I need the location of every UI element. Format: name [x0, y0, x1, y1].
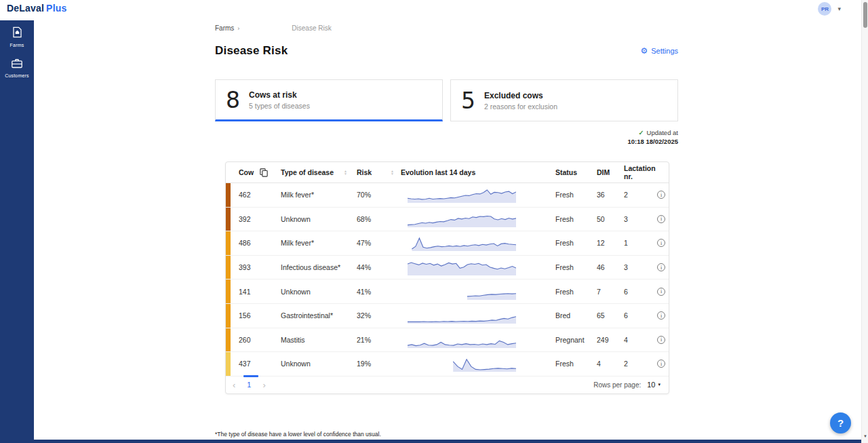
- risk-level-bar: [226, 280, 231, 303]
- cow-status: Bred: [555, 311, 597, 320]
- disease-type: Mastitis: [281, 336, 357, 344]
- cow-id: 393: [231, 263, 281, 271]
- info-icon[interactable]: i: [657, 191, 665, 199]
- col-dim: DIM: [597, 168, 610, 176]
- rows-per-page-select[interactable]: 10 ▾: [647, 381, 660, 389]
- tab-excluded-cows[interactable]: 5 Excluded cows 2 reasons for exclusion: [450, 79, 678, 121]
- dim-value: 65: [597, 311, 624, 320]
- briefcase-icon: [12, 58, 22, 71]
- risk-level-bar: [226, 352, 231, 376]
- rows-per-page-label: Rows per page:: [593, 381, 641, 389]
- risk-percent: 21%: [357, 336, 401, 344]
- cow-status: Fresh: [555, 239, 597, 247]
- lactation-number: 6: [624, 288, 654, 296]
- cow-status: Fresh: [555, 288, 597, 296]
- risk-percent: 32%: [357, 311, 401, 320]
- info-icon[interactable]: i: [657, 311, 665, 320]
- info-icon[interactable]: i: [657, 263, 665, 271]
- table-row[interactable]: 486 Milk fever* 47% Fresh 12 1 i: [226, 231, 669, 256]
- help-button[interactable]: ?: [830, 412, 851, 434]
- summary-cards: 8 Cows at risk 5 types of diseases 5 Exc…: [215, 79, 678, 121]
- copy-icon[interactable]: [260, 168, 268, 177]
- next-page-icon[interactable]: ›: [262, 381, 265, 389]
- breadcrumb-separator: ›: [237, 25, 239, 32]
- lactation-number: 1: [624, 239, 654, 247]
- chevron-down-icon: ▾: [658, 382, 660, 387]
- logo-text-accent: Plus: [46, 3, 66, 14]
- col-risk: Risk: [357, 168, 372, 176]
- sort-icon[interactable]: ▲▼: [391, 170, 394, 175]
- evolution-sparkline: [401, 331, 555, 349]
- card-subtitle: 5 types of diseases: [249, 102, 310, 110]
- info-icon[interactable]: i: [657, 288, 665, 296]
- top-bar: DeLavalPlus PR ▾: [0, 0, 861, 20]
- table-row[interactable]: 437 Unknown 19% Fresh 4 2 i: [226, 352, 669, 377]
- table-body: 462 Milk fever* 70% Fresh 36 2 i 392 Unk…: [226, 183, 669, 377]
- settings-button[interactable]: ⚙ Settings: [640, 47, 678, 55]
- updated-at: ✓Updated at 10:18 18/02/2025: [215, 129, 678, 145]
- breadcrumb-current: Disease Risk: [292, 24, 331, 32]
- horizontal-scroll-thumb[interactable]: [243, 375, 258, 377]
- current-page[interactable]: 1: [247, 381, 251, 389]
- info-icon[interactable]: i: [657, 360, 665, 368]
- tab-cows-at-risk[interactable]: 8 Cows at risk 5 types of diseases: [215, 79, 443, 121]
- info-icon[interactable]: i: [657, 215, 665, 223]
- sidebar-item-farms[interactable]: Farms: [10, 26, 24, 47]
- evolution-sparkline: [401, 258, 555, 276]
- scroll-down-icon[interactable]: ▼: [862, 434, 868, 438]
- scrollbar-thumb[interactable]: [863, 2, 867, 28]
- table-row[interactable]: 462 Milk fever* 70% Fresh 36 2 i: [226, 183, 669, 208]
- evolution-sparkline: [401, 355, 555, 372]
- info-icon[interactable]: i: [657, 239, 665, 247]
- farm-icon: [12, 26, 23, 41]
- lactation-number: 2: [624, 191, 654, 199]
- prev-page-icon[interactable]: ‹: [233, 381, 235, 389]
- table-row[interactable]: 156 Gastrointestinal* 32% Bred 65 6 i: [226, 304, 669, 328]
- dim-value: 12: [597, 239, 624, 247]
- table-row[interactable]: 392 Unknown 68% Fresh 50 3 i: [226, 208, 669, 232]
- app-logo: DeLavalPlus: [7, 3, 66, 14]
- card-title: Excluded cows: [484, 91, 557, 100]
- lactation-number: 6: [624, 311, 654, 320]
- sidebar: Farms Customers: [0, 20, 34, 443]
- table-row[interactable]: 141 Unknown 41% Fresh 7 6 i: [226, 280, 669, 304]
- lactation-number: 4: [624, 336, 654, 344]
- cow-id: 392: [231, 215, 281, 223]
- check-icon: ✓: [639, 129, 644, 136]
- col-evolution: Evolution last 14 days: [401, 168, 475, 176]
- bottom-bar: [0, 440, 861, 443]
- dim-value: 36: [597, 191, 624, 199]
- settings-label: Settings: [651, 47, 678, 55]
- footnote: *The type of disease have a lower level …: [215, 431, 381, 438]
- vertical-scrollbar[interactable]: ▼: [861, 0, 868, 443]
- cow-status: Fresh: [555, 215, 597, 223]
- table-header: Cow Type of disease ▲▼ Risk ▲▼ Evolution…: [226, 162, 669, 183]
- evolution-sparkline: [401, 210, 555, 228]
- cow-id: 486: [231, 239, 281, 247]
- sort-icon[interactable]: ▲▼: [344, 170, 347, 175]
- col-cow: Cow: [239, 168, 254, 176]
- dim-value: 46: [597, 263, 624, 271]
- table-row[interactable]: 393 Infectious disease* 44% Fresh 46 3 i: [226, 256, 669, 280]
- disease-type: Unknown: [281, 360, 357, 368]
- chevron-down-icon[interactable]: ▾: [837, 5, 841, 12]
- lactation-number: 3: [624, 263, 654, 271]
- card-title: Cows at risk: [249, 90, 310, 100]
- cow-status: Fresh: [555, 191, 597, 199]
- sidebar-item-customers[interactable]: Customers: [5, 58, 29, 78]
- page-title: Disease Risk: [215, 44, 288, 58]
- sidebar-item-label: Customers: [5, 73, 29, 78]
- pagination: ‹ 1 ›: [233, 381, 266, 389]
- risk-level-bar: [226, 328, 231, 352]
- info-icon[interactable]: i: [657, 336, 665, 344]
- sidebar-item-label: Farms: [10, 43, 24, 47]
- dim-value: 50: [597, 215, 624, 223]
- breadcrumb-farms[interactable]: Farms: [215, 24, 234, 32]
- gear-icon: ⚙: [640, 47, 648, 55]
- table-row[interactable]: 260 Mastitis 21% Pregnant 249 4 i: [226, 328, 669, 353]
- card-subtitle: 2 reasons for exclusion: [484, 102, 557, 111]
- col-lactation: Lactation nr.: [624, 164, 656, 180]
- avatar[interactable]: PR: [818, 2, 831, 16]
- cow-id: 437: [231, 360, 281, 368]
- main-content: Farms › Disease Risk Disease Risk ⚙ Sett…: [215, 20, 678, 394]
